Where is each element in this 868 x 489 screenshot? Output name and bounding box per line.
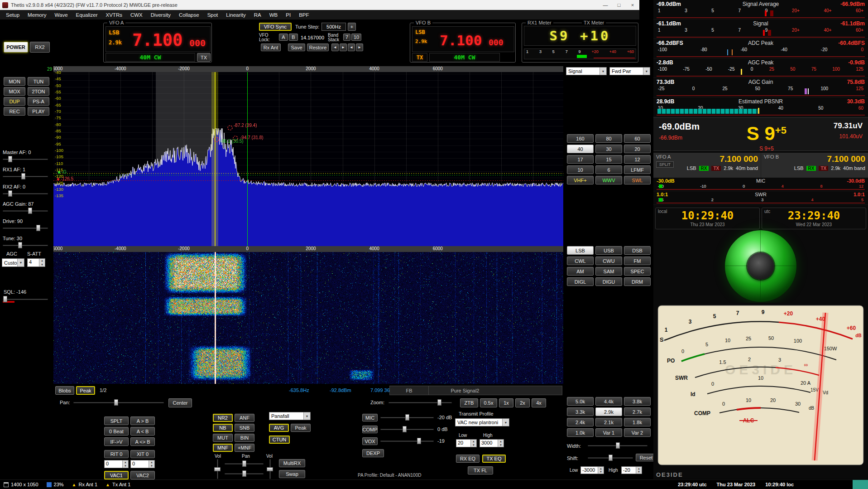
puresignal-indicator[interactable]: Pure Signal2 <box>429 386 501 395</box>
mode-button[interactable]: USB <box>595 246 622 255</box>
xit-spinner[interactable]: 0▲▼ <box>130 460 155 468</box>
menu-item[interactable]: Collapse <box>175 11 203 19</box>
zoom-1x-button[interactable]: 1x <box>499 398 513 407</box>
band-button[interactable]: 6 <box>595 165 622 174</box>
satt-spinner[interactable]: 4▲▼ <box>27 258 45 267</box>
menu-item[interactable]: BPF <box>295 11 313 19</box>
ztb-button[interactable]: ZTB <box>460 398 478 407</box>
mic-gain-slider[interactable] <box>380 414 434 421</box>
toggle-button[interactable]: REC <box>4 107 25 116</box>
rx-meter-select[interactable]: Signal▼ <box>566 67 607 75</box>
restore-button[interactable]: Restore <box>307 44 329 51</box>
mode-button[interactable]: DIGU <box>595 277 622 286</box>
save-button[interactable]: Save <box>288 44 305 51</box>
vfo-a-display[interactable]: LSB 2.9k 7.100 000 <box>106 26 211 52</box>
band-button[interactable]: 15 <box>595 155 622 164</box>
transmit-profile-select[interactable]: VAC new plantroni▼ <box>455 418 509 426</box>
band-button[interactable]: WWV <box>595 176 622 184</box>
menu-item[interactable]: WB <box>265 11 282 19</box>
filter-button[interactable]: 3.3k <box>567 407 594 416</box>
zoom-05x-button[interactable]: 0.5x <box>480 398 497 407</box>
menu-item[interactable]: XVTRs <box>102 11 126 19</box>
band-stack-7-button[interactable]: 7 <box>343 34 350 41</box>
toggle-button[interactable]: PS-A <box>28 97 49 106</box>
blobs-button[interactable]: Blobs <box>55 386 74 395</box>
level-slider[interactable] <box>3 242 48 249</box>
mode-button[interactable]: AM <box>567 267 594 276</box>
agc-select[interactable]: Custo▼ <box>2 258 24 267</box>
mode-button[interactable]: CWU <box>595 257 622 265</box>
bandstack-next-button[interactable]: ► <box>356 44 363 51</box>
avg-button[interactable]: AVG <box>269 424 289 432</box>
band-button[interactable]: 17 <box>567 155 594 164</box>
tx-high-spinner[interactable]: 3000▲▼ <box>480 439 504 447</box>
filter-button[interactable]: 2.9k <box>595 407 622 416</box>
filter-button[interactable]: 2.4k <box>567 418 594 426</box>
level-slider[interactable] <box>3 190 48 197</box>
bin-button[interactable]: BIN <box>235 434 254 442</box>
menu-item[interactable]: RA <box>250 11 265 19</box>
mode-button[interactable]: DRM <box>624 277 651 286</box>
toggle-button[interactable]: DUP <box>4 97 25 106</box>
toggle-button[interactable]: TUN <box>28 77 49 86</box>
level-slider[interactable] <box>3 207 48 214</box>
bandstack-prev-button[interactable]: ◄ <box>348 44 355 51</box>
band-next-button[interactable]: ► <box>340 44 347 51</box>
multirx-button[interactable]: MultiRX <box>279 459 305 467</box>
band-stack-10-button[interactable]: 10 <box>351 34 361 41</box>
power-button[interactable]: POWER <box>4 42 28 53</box>
toggle-button[interactable]: MOX <box>4 87 25 96</box>
dexp-button[interactable]: DEXP <box>362 449 384 457</box>
tuning-knob[interactable] <box>725 230 796 302</box>
vfo-sync-button[interactable]: VFO Sync <box>259 23 292 31</box>
rx-pan-slider[interactable] <box>225 460 264 467</box>
rx-vol-slider[interactable] <box>214 459 221 479</box>
tune-step-up-button[interactable]: + <box>348 23 356 31</box>
swap-button[interactable]: Swap <box>279 470 305 478</box>
mode-button[interactable]: CWL <box>567 257 594 265</box>
filter-button[interactable]: 5.0k <box>567 397 594 406</box>
snb-button[interactable]: SNB <box>235 424 254 432</box>
level-slider[interactable] <box>3 155 48 163</box>
filter-low-spinner[interactable]: -3000▲▼ <box>580 466 604 474</box>
waterfall-canvas[interactable] <box>53 252 563 384</box>
filter-button[interactable]: Var 2 <box>624 428 651 437</box>
display-mode-select[interactable]: Panafall▼ <box>269 412 311 420</box>
band-button[interactable]: 10 <box>567 165 594 174</box>
tx-eq-button[interactable]: TX EQ <box>482 455 506 463</box>
filter-width-slider[interactable] <box>588 442 647 449</box>
center-button[interactable]: Center <box>168 398 192 407</box>
vac2-button[interactable]: VAC2 <box>130 471 155 479</box>
panadapter-canvas[interactable] <box>53 72 563 246</box>
sub-vol-slider[interactable] <box>266 459 273 479</box>
band-prev-button[interactable]: ◄ <box>331 44 339 51</box>
rit-spinner[interactable]: 0▲▼ <box>104 460 129 468</box>
filter-button[interactable]: 4.4k <box>595 397 622 406</box>
split-button[interactable]: SPLT <box>104 416 129 425</box>
menu-item[interactable]: Memory <box>24 11 51 19</box>
zoom-slider[interactable] <box>388 399 452 406</box>
mode-button[interactable]: DSB <box>624 246 651 255</box>
tx-low-spinner[interactable]: 20▲▼ <box>456 439 477 447</box>
filter-button[interactable]: 2.1k <box>595 418 622 426</box>
comp-slider[interactable] <box>380 426 434 433</box>
comp-button[interactable]: COMP <box>362 426 378 433</box>
pan-slider[interactable] <box>73 399 164 406</box>
mnf-button[interactable]: MNF <box>213 444 233 452</box>
tx-filter-button[interactable]: TX FL <box>468 466 493 474</box>
rit-button[interactable]: RIT 0 <box>104 450 129 458</box>
split-indicator[interactable]: SPLIT <box>656 161 674 168</box>
a-swap-b-button[interactable]: A <> B <box>130 437 155 446</box>
sub-pan-slider[interactable] <box>225 470 264 477</box>
a-to-b-button[interactable]: A > B <box>130 416 155 425</box>
band-button[interactable]: 40 <box>567 145 594 153</box>
rx2-button[interactable]: RX2 <box>30 42 50 53</box>
band-button[interactable]: VHF+ <box>567 176 594 184</box>
peak-blobs-button[interactable]: Peak <box>76 386 95 395</box>
band-button[interactable]: SWL <box>624 176 651 184</box>
band-button[interactable]: LFMF <box>624 165 651 174</box>
xit-button[interactable]: XIT 0 <box>130 450 155 458</box>
band-button[interactable]: 80 <box>595 134 622 143</box>
menu-item[interactable]: CWX <box>126 11 147 19</box>
mode-button[interactable]: SAM <box>595 267 622 276</box>
